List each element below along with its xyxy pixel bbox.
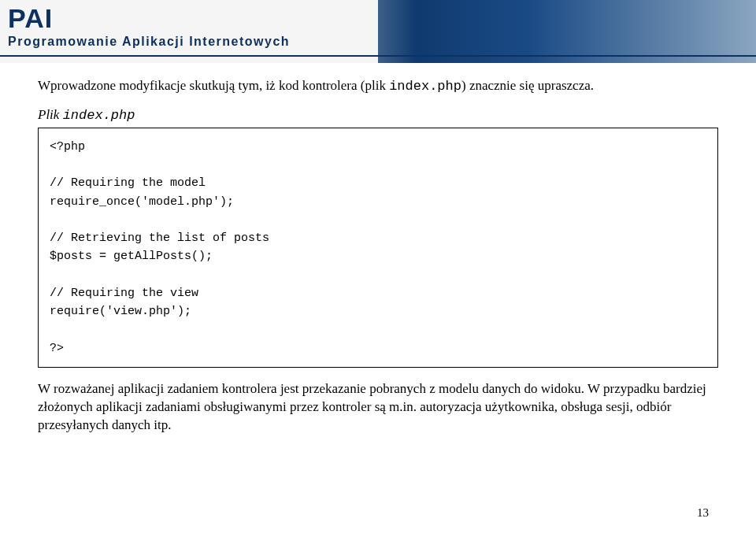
header-logo-area: PAI Programowanie Aplikacji Internetowyc… xyxy=(0,0,378,63)
file-label-text: Plik xyxy=(38,107,63,122)
header-divider xyxy=(0,55,756,57)
intro-text-a: Wprowadzone modyfikacje skutkują tym, iż… xyxy=(38,78,389,93)
file-label: Plik index.php xyxy=(38,107,718,123)
intro-text-b: ) znacznie się upraszcza. xyxy=(461,78,594,93)
page-header: PAI Programowanie Aplikacji Internetowyc… xyxy=(0,0,756,63)
page-number: 13 xyxy=(697,506,709,520)
body-paragraph: W rozważanej aplikacji zadaniem kontrole… xyxy=(38,380,718,435)
page-content: Wprowadzone modyfikacje skutkują tym, iż… xyxy=(0,63,756,461)
header-title: PAI xyxy=(8,5,378,31)
intro-code: index.php xyxy=(389,79,461,94)
file-label-code: index.php xyxy=(63,108,135,123)
intro-paragraph: Wprowadzone modyfikacje skutkują tym, iż… xyxy=(38,77,718,96)
code-block: <?php // Requiring the model require_onc… xyxy=(38,128,718,368)
header-subtitle: Programowanie Aplikacji Internetowych xyxy=(8,35,378,49)
